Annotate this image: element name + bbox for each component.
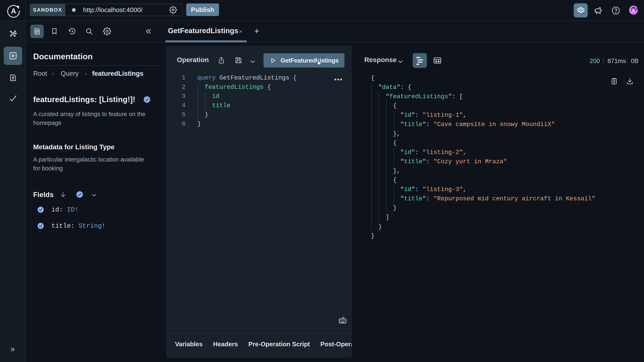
svg-text:A: A (11, 7, 16, 15)
